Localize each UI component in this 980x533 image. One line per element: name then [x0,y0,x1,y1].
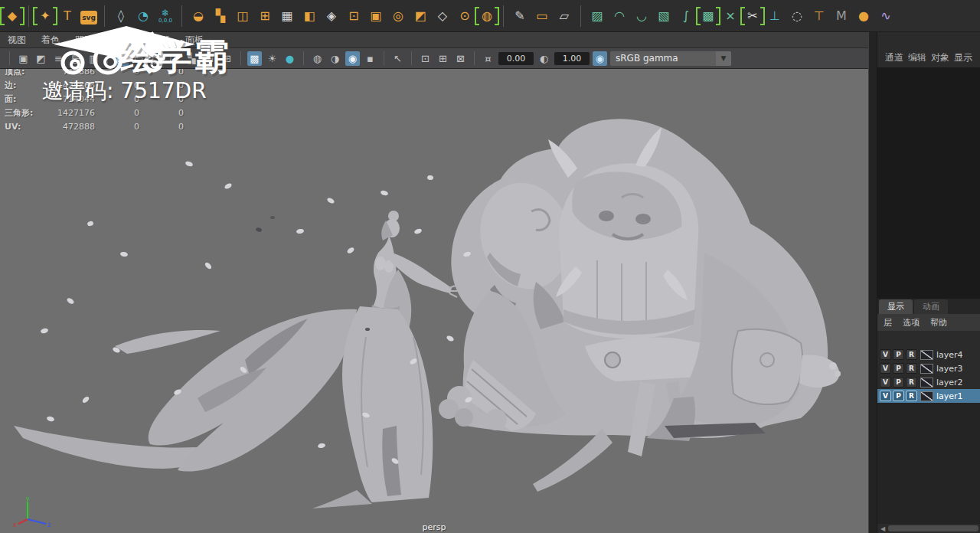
layer-list-empty-area[interactable] [877,403,980,524]
layer-name[interactable]: layer4 [936,350,963,360]
tab-显示[interactable]: 显示 [879,299,913,314]
layer-name[interactable]: layer3 [936,364,963,374]
layer-name[interactable]: layer1 [936,391,963,401]
combine-meshes-icon[interactable]: ◒ [189,6,207,26]
layer-color-swatch[interactable] [920,391,933,401]
contrast-icon[interactable]: ◐ [537,51,551,66]
layer-toggle-r[interactable]: R [906,349,917,360]
layer-menu-2[interactable]: 帮助 [930,317,947,329]
edit-pivot-icon[interactable]: ▱ [555,6,573,26]
layer-toggle-r[interactable]: R [906,391,917,401]
quad-strip-icon[interactable]: ◇ [433,6,452,26]
panel-menu-0[interactable]: 视图 [8,34,26,47]
snap-to-origin-icon[interactable]: ❄0,0,0 [156,6,175,26]
image-plane-icon[interactable]: ▥ [87,51,101,66]
sculpt-flatten-icon[interactable]: × [721,6,740,26]
channel-box-menu-3[interactable]: 显示 [954,51,972,64]
circularize-icon[interactable]: ◎ [389,6,407,26]
isolate-select-icon[interactable]: ⊡ [418,51,433,66]
scroll-left-arrow-icon[interactable]: ◀ [879,525,887,532]
panel-menu-1[interactable]: 着色 [41,34,60,47]
xgen-curves-icon[interactable]: ∿ [877,6,895,26]
exposure-icon[interactable]: ¤ [481,51,495,66]
grab-magnet-icon[interactable]: ◌ [788,6,806,26]
layer-toggle-v[interactable]: V [880,377,891,387]
panel-menu-4[interactable]: 渲染器 [142,34,170,47]
channel-box-menu-2[interactable]: 对象 [931,51,949,64]
bookmarks-icon[interactable]: ▤ [69,51,83,66]
sculpt-stamp-icon[interactable]: ▩ [699,6,717,26]
channel-box-menu-0[interactable]: 通道 [885,51,903,64]
svg-tool-icon[interactable]: svg [80,11,97,25]
gate-mask-icon[interactable]: ◫ [167,51,181,66]
isolate-add-icon[interactable]: ⊞ [436,51,450,66]
bridge-mesh-icon[interactable]: ⊡ [345,6,363,26]
film-gate-icon[interactable]: ▭ [132,51,146,66]
scrollbar-thumb[interactable] [888,525,978,531]
construction-plane-icon[interactable]: ◊ [112,6,130,26]
multi-cut-icon[interactable]: ▣ [367,6,385,26]
layer-color-swatch[interactable] [920,350,933,360]
safe-title-icon[interactable]: ⊞ [220,51,234,66]
layer-toggle-r[interactable]: R [906,363,917,374]
panel-menu-2[interactable]: 照明 [75,34,93,47]
duplicate-mesh-icon[interactable]: ◫ [234,6,252,26]
chevron-down-icon[interactable]: ▼ [716,51,731,66]
camera-attributes-icon[interactable]: ≡ [51,51,66,66]
mirror-mesh-icon[interactable]: ⊞ [256,6,274,26]
panel-divider[interactable] [868,32,877,533]
panel-menu-3[interactable]: 显示 [109,34,127,47]
layer-row-layer2[interactable]: VPRlayer2 [877,375,980,389]
color-management-icon[interactable]: ◉ [593,51,607,66]
exposure-value-field[interactable]: 0.00 [498,52,534,65]
layer-toggle-p[interactable]: P [893,349,904,360]
textured-mode-icon[interactable]: ◉ [345,51,360,66]
viewport-3d[interactable]: 顶点:71788600边:142986600面:71404400三角形:1427… [0,69,868,533]
lights-icon[interactable]: ☀ [265,51,279,66]
set-current-time-icon[interactable]: ◔ [134,6,152,26]
layer-toggle-p[interactable]: P [893,391,904,401]
shaded-mode-icon[interactable]: ◑ [328,51,342,66]
channel-box-body[interactable] [877,67,980,299]
layer-row-layer4[interactable]: VPRlayer4 [877,348,980,361]
layer-menu-1[interactable]: 选项 [903,317,920,329]
polyhedron-primitive-icon[interactable]: ◆ [3,6,21,26]
arnold-render-icon[interactable]: ● [854,6,873,26]
shadows-icon[interactable]: ● [283,51,297,66]
layer-toggle-r[interactable]: R [906,377,917,387]
sculpt-tool-icon[interactable]: ▨ [588,6,606,26]
sculpt-pinch-icon[interactable]: ∫ [677,6,695,26]
knife-tool-icon[interactable]: ✂ [743,6,762,26]
safe-action-icon[interactable]: ⊟ [202,51,217,66]
bevel-mesh-icon[interactable]: ◧ [300,6,318,26]
sweep-mesh-icon[interactable]: ✦ [36,6,54,26]
smooth-mesh-icon[interactable]: ◈ [322,6,341,26]
boolean-op-icon[interactable]: ▚ [211,6,230,26]
sculpt-relax-icon[interactable]: ◡ [632,6,651,26]
layer-toggle-v[interactable]: V [880,349,891,360]
colorspace-select[interactable]: sRGB gamma▼ [610,51,731,66]
crease-tool-icon[interactable]: ✎ [511,6,529,26]
isolate-remove-icon[interactable]: ⊠ [453,51,468,66]
pin-selection-icon[interactable]: ⊥ [766,6,784,26]
sculpt-grab-icon[interactable]: ▧ [655,6,673,26]
wireframe-mode-icon[interactable]: ◍ [310,51,325,66]
panel-menu-5[interactable]: 面板 [185,34,204,47]
type-tool-icon[interactable]: T [58,6,77,26]
default-material-icon[interactable]: ▪ [363,51,377,66]
layer-menu-0[interactable]: 层 [884,317,892,329]
tab-动画[interactable]: 动画 [914,299,948,314]
channel-box-menu-1[interactable]: 编辑 [908,51,926,64]
resolution-gate-icon[interactable]: ▢ [149,51,164,66]
target-weld-icon[interactable]: ⊙ [456,6,474,26]
anti-aliasing-icon[interactable]: ▩ [247,51,262,66]
pin-unselected-icon[interactable]: ⊤ [810,6,828,26]
lock-camera-icon[interactable]: ◩ [34,51,48,66]
layer-name[interactable]: layer2 [936,378,963,387]
layer-toggle-v[interactable]: V [880,391,891,401]
select-tool-icon[interactable]: ↖ [390,51,405,66]
grid-toggle-icon[interactable]: ▦ [114,51,129,66]
layer-row-layer3[interactable]: VPRlayer3 [877,361,980,375]
gamma-value-field[interactable]: 1.00 [554,52,590,65]
make-live-icon[interactable]: ◍ [478,6,496,26]
